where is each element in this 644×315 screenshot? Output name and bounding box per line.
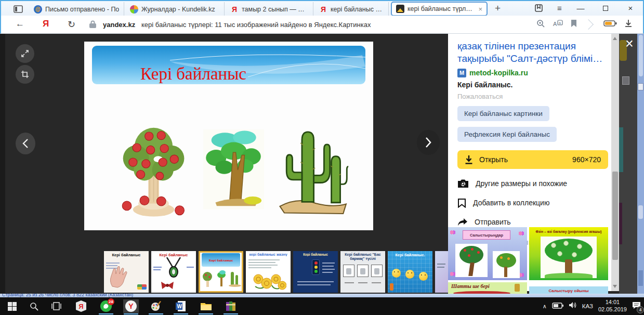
yandex-browser-icon[interactable]: Y <box>123 299 139 313</box>
hidden-icons-chevron[interactable]: ∧ <box>543 303 547 310</box>
window-maximize-button[interactable] <box>595 1 616 16</box>
address-field-end-arrow <box>583 19 594 30</box>
yandex-home-button[interactable]: Я <box>43 19 49 29</box>
gesture-box <box>371 265 383 277</box>
tab-yandex-search-1[interactable]: Я тамыр 2 сынып — Яндекс <box>226 2 313 16</box>
back-button[interactable]: ← <box>16 19 24 29</box>
gesture-box <box>357 265 369 277</box>
related-query-chip[interactable]: Кері байланыс картинки <box>457 106 549 121</box>
emoji-neutral <box>405 270 414 279</box>
window-close-button[interactable]: × <box>620 1 641 16</box>
screen: @ Письмо отправлено - По Журналдар - Kun… <box>0 0 644 315</box>
zoom-page-icon[interactable] <box>536 19 545 30</box>
related-image-compare-game[interactable]: Салыстыру ойыны <box>529 282 608 294</box>
address-domain[interactable]: yandex.kz <box>103 21 135 29</box>
battery-icon[interactable] <box>603 20 617 29</box>
other-sizes-action[interactable]: Другие размеры и похожие <box>457 179 608 188</box>
paint-icon[interactable] <box>148 299 164 313</box>
tree-picture <box>455 244 488 277</box>
bookmark-flag-icon[interactable] <box>570 19 577 30</box>
refresh-button[interactable]: ↻ <box>68 19 75 30</box>
bow-graphic <box>161 281 174 290</box>
notification-badge: 4 <box>637 306 644 313</box>
download-icon <box>465 155 473 164</box>
tab-kundelik[interactable]: Журналдар - Kundelik.kz <box>126 2 225 16</box>
tab-label: тамыр 2 сынып — Яндекс <box>242 6 309 13</box>
tab-close-icon[interactable]: × <box>478 5 482 13</box>
svg-text:W: W <box>177 304 182 309</box>
main-image-preview[interactable]: Кері байланыс <box>84 42 373 230</box>
tray-battery-icon[interactable] <box>552 301 563 311</box>
keyboard-language[interactable]: КАЗ <box>582 303 593 309</box>
thumbnail-emoji-slide[interactable]: Кері байланыс. <box>388 251 432 293</box>
scroll-up-icon[interactable] <box>613 37 617 40</box>
mini-apple-tree <box>203 272 212 281</box>
tab-mail[interactable]: @ Письмо отправлено - По <box>30 2 124 16</box>
taskbar-search-button[interactable] <box>26 299 42 313</box>
panel-scrollbar[interactable] <box>611 34 619 291</box>
tab-groups-icon[interactable] <box>534 4 543 15</box>
word-icon[interactable]: W <box>173 299 189 313</box>
slide-images <box>115 120 349 221</box>
window-minimize-button[interactable]: — <box>570 1 591 16</box>
thumbnail-traffic-light-slide[interactable]: Кері байланыс <box>293 251 338 293</box>
related-image-circle-of-joy[interactable]: Шатты ше бері <box>448 282 527 294</box>
thumbnail-current-slide[interactable]: Кері байланыс <box>199 251 243 293</box>
related-images-grid: Салыстырыңдар <box>448 227 611 294</box>
tray-volume-icon[interactable] <box>569 301 577 311</box>
crop-button[interactable] <box>16 65 34 84</box>
dimmed-page-edge <box>0 34 5 294</box>
report-link[interactable]: Пожаловаться <box>457 93 608 100</box>
clock[interactable]: 14:01 02.05.2019 <box>598 299 627 313</box>
winrar-icon[interactable] <box>223 299 239 313</box>
address-query-text[interactable]: кері байланыс түрлері: 11 тыс изображени… <box>141 21 371 29</box>
downloads-icon[interactable] <box>624 19 633 30</box>
tab-label: кері байланыс түрлері: <box>408 5 475 12</box>
source-site-link[interactable]: M metod-kopilka.ru <box>457 69 608 77</box>
yandex-app-icon[interactable]: Я <box>73 299 89 313</box>
system-tray: ∧ КАЗ 14:01 02.05.2019 4 <box>543 297 641 315</box>
medal-graphic <box>165 257 182 280</box>
viewer-close-button[interactable]: × <box>622 36 637 52</box>
site-favicon: M <box>457 69 466 77</box>
related-image-reflection-tree[interactable]: Өзін – өзі бағалау (рефлексия ағашы) <box>529 227 608 280</box>
camera-search-icon <box>457 179 469 188</box>
image-title-link[interactable]: қазақ тілінен презентация тақырыбы "Салт… <box>457 40 608 65</box>
thumbnail-thumb-gesture-slide[interactable]: Кері байланыс "Бас бармақ" түсілі <box>340 251 385 293</box>
share-action[interactable]: Отправить <box>457 218 608 227</box>
thumbnail-strip: Кері байланыс Кері байланыс <box>104 251 480 293</box>
thumbnail-roses-slide[interactable]: кері байланыс жазну <box>246 251 291 293</box>
scrollbar-thumb[interactable] <box>612 172 618 260</box>
scroll-down-icon[interactable] <box>613 285 617 288</box>
svg-text:A: A <box>553 21 557 27</box>
open-image-button[interactable]: Открыть 960×720 <box>457 150 608 169</box>
related-query-chip[interactable]: Рефлексия Кері байланыс <box>457 127 557 142</box>
tab-label: Журналдар - Kundelik.kz <box>141 6 220 13</box>
add-to-collection-action[interactable]: Добавить в коллекцию <box>457 198 608 208</box>
tab-bar: @ Письмо отправлено - По Журналдар - Kun… <box>0 0 644 16</box>
previous-image-button[interactable] <box>16 133 35 154</box>
roses-graphic <box>252 273 286 292</box>
file-explorer-icon[interactable] <box>198 299 214 313</box>
related-image-compare-trees[interactable]: Салыстырыңдар <box>448 227 527 280</box>
site-name: metod-kopilka.ru <box>469 69 528 77</box>
whatsapp-icon[interactable]: 28 <box>98 299 114 313</box>
browser-menu-icon[interactable]: ≡ <box>557 4 562 12</box>
translate-icon[interactable]: Aä <box>553 19 563 30</box>
action-center-icon[interactable]: 4 <box>632 301 641 311</box>
image-viewer-overlay: Кері байланыс <box>0 34 644 294</box>
next-image-button[interactable] <box>417 130 440 155</box>
tab-images-active[interactable]: кері байланыс түрлері: × <box>391 2 488 16</box>
tray-date: 02.05.2019 <box>598 306 627 313</box>
fullscreen-button[interactable] <box>16 44 34 63</box>
sidebar-panel-icon[interactable] <box>11 4 25 14</box>
tab-yandex-search-2[interactable]: Я кері байланыс түрлері — <box>315 2 389 16</box>
thumbnail-hand-slide[interactable]: Кері байланыс <box>104 251 149 293</box>
mail-icon: @ <box>34 5 42 14</box>
thumbnail-medal-slide[interactable]: Кері байланыс <box>151 251 196 293</box>
new-tab-button[interactable]: + <box>495 3 501 14</box>
task-view-button[interactable] <box>48 299 64 313</box>
apple-tree-toy-image <box>115 121 192 221</box>
secure-lock-icon[interactable] <box>88 20 97 28</box>
start-button[interactable] <box>4 299 20 313</box>
